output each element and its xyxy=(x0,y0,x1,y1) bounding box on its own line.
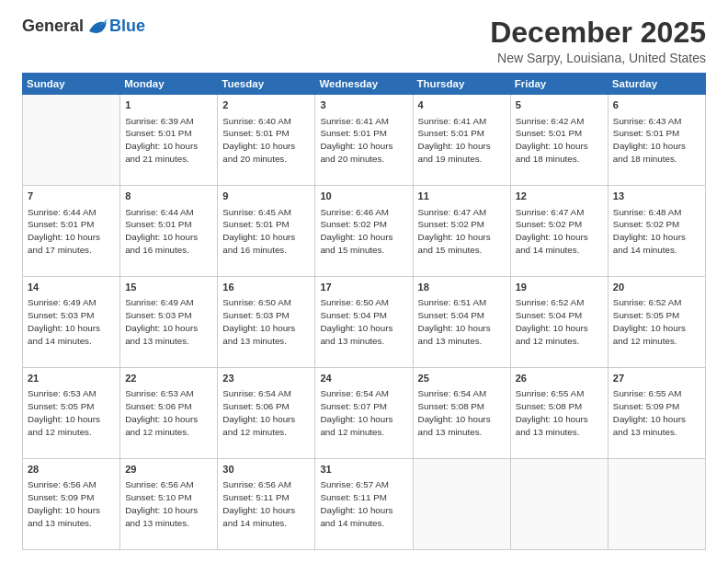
sunrise-text: Sunrise: 6:53 AM xyxy=(125,387,212,400)
daylight-text: Daylight: 10 hours and 16 minutes. xyxy=(222,231,310,256)
daylight-text: Daylight: 10 hours and 20 minutes. xyxy=(222,140,310,165)
table-row: 2Sunrise: 6:40 AMSunset: 5:01 PMDaylight… xyxy=(218,95,315,186)
calendar-week-row: 14Sunrise: 6:49 AMSunset: 5:03 PMDayligh… xyxy=(23,277,706,368)
table-row: 14Sunrise: 6:49 AMSunset: 5:03 PMDayligh… xyxy=(23,277,120,368)
daylight-text: Daylight: 10 hours and 13 minutes. xyxy=(125,322,212,347)
sunset-text: Sunset: 5:01 PM xyxy=(125,127,212,140)
sunrise-text: Sunrise: 6:52 AM xyxy=(613,296,700,309)
calendar-week-row: 21Sunrise: 6:53 AMSunset: 5:05 PMDayligh… xyxy=(23,368,706,459)
sunrise-text: Sunrise: 6:41 AM xyxy=(418,115,506,128)
logo-blue-text: Blue xyxy=(109,17,145,36)
table-row: 21Sunrise: 6:53 AMSunset: 5:05 PMDayligh… xyxy=(23,368,120,459)
table-row: 3Sunrise: 6:41 AMSunset: 5:01 PMDaylight… xyxy=(315,95,413,186)
table-row: 13Sunrise: 6:48 AMSunset: 5:02 PMDayligh… xyxy=(608,186,705,277)
daylight-text: Daylight: 10 hours and 15 minutes. xyxy=(320,231,407,256)
sunrise-text: Sunrise: 6:46 AM xyxy=(320,206,407,219)
sunset-text: Sunset: 5:04 PM xyxy=(418,309,506,322)
sunset-text: Sunset: 5:03 PM xyxy=(222,309,310,322)
daylight-text: Daylight: 10 hours and 14 minutes. xyxy=(222,504,310,529)
daylight-text: Daylight: 10 hours and 13 minutes. xyxy=(320,322,407,347)
day-number: 30 xyxy=(222,463,310,477)
table-row xyxy=(510,459,608,550)
table-row: 7Sunrise: 6:44 AMSunset: 5:01 PMDaylight… xyxy=(23,186,120,277)
day-number: 9 xyxy=(222,190,310,203)
table-row: 1Sunrise: 6:39 AMSunset: 5:01 PMDaylight… xyxy=(120,95,218,186)
sunset-text: Sunset: 5:06 PM xyxy=(222,400,310,413)
sunset-text: Sunset: 5:08 PM xyxy=(516,400,603,413)
daylight-text: Daylight: 10 hours and 12 minutes. xyxy=(613,322,700,347)
day-number: 16 xyxy=(222,281,310,294)
sunrise-text: Sunrise: 6:47 AM xyxy=(418,206,506,219)
logo: General Blue xyxy=(22,17,145,36)
sunset-text: Sunset: 5:09 PM xyxy=(28,491,115,504)
month-title: December 2025 xyxy=(490,17,706,49)
daylight-text: Daylight: 10 hours and 12 minutes. xyxy=(516,322,603,347)
daylight-text: Daylight: 10 hours and 14 minutes. xyxy=(613,231,700,256)
day-number: 29 xyxy=(125,463,212,477)
col-monday: Monday xyxy=(120,74,218,95)
day-number: 17 xyxy=(320,281,407,294)
sunset-text: Sunset: 5:08 PM xyxy=(418,400,506,413)
daylight-text: Daylight: 10 hours and 12 minutes. xyxy=(125,413,212,438)
day-number: 20 xyxy=(613,281,700,294)
col-tuesday: Tuesday xyxy=(218,74,315,95)
daylight-text: Daylight: 10 hours and 15 minutes. xyxy=(418,231,506,256)
table-row: 19Sunrise: 6:52 AMSunset: 5:04 PMDayligh… xyxy=(510,277,608,368)
daylight-text: Daylight: 10 hours and 20 minutes. xyxy=(320,140,407,165)
daylight-text: Daylight: 10 hours and 13 minutes. xyxy=(613,413,700,438)
col-saturday: Saturday xyxy=(608,74,705,95)
table-row: 15Sunrise: 6:49 AMSunset: 5:03 PMDayligh… xyxy=(120,277,218,368)
table-row: 30Sunrise: 6:56 AMSunset: 5:11 PMDayligh… xyxy=(218,459,315,550)
day-number: 18 xyxy=(418,281,506,294)
sunset-text: Sunset: 5:02 PM xyxy=(516,218,603,231)
sunset-text: Sunset: 5:04 PM xyxy=(320,309,407,322)
day-number: 15 xyxy=(125,281,212,294)
daylight-text: Daylight: 10 hours and 14 minutes. xyxy=(28,322,115,347)
calendar-table: Sunday Monday Tuesday Wednesday Thursday… xyxy=(22,73,706,550)
sunrise-text: Sunrise: 6:49 AM xyxy=(28,296,115,309)
daylight-text: Daylight: 10 hours and 13 minutes. xyxy=(418,413,506,438)
table-row: 27Sunrise: 6:55 AMSunset: 5:09 PMDayligh… xyxy=(608,368,705,459)
daylight-text: Daylight: 10 hours and 12 minutes. xyxy=(222,413,310,438)
sunrise-text: Sunrise: 6:54 AM xyxy=(222,387,310,400)
calendar-week-row: 1Sunrise: 6:39 AMSunset: 5:01 PMDaylight… xyxy=(23,95,706,186)
calendar-week-row: 28Sunrise: 6:56 AMSunset: 5:09 PMDayligh… xyxy=(23,459,706,550)
sunset-text: Sunset: 5:09 PM xyxy=(613,400,700,413)
daylight-text: Daylight: 10 hours and 12 minutes. xyxy=(320,413,407,438)
sunset-text: Sunset: 5:02 PM xyxy=(613,218,700,231)
table-row: 18Sunrise: 6:51 AMSunset: 5:04 PMDayligh… xyxy=(413,277,510,368)
daylight-text: Daylight: 10 hours and 18 minutes. xyxy=(613,140,700,165)
day-number: 26 xyxy=(516,372,603,385)
table-row: 28Sunrise: 6:56 AMSunset: 5:09 PMDayligh… xyxy=(23,459,120,550)
location-text: New Sarpy, Louisiana, United States xyxy=(490,51,706,65)
day-number: 28 xyxy=(28,463,115,477)
table-row xyxy=(23,95,120,186)
table-row: 26Sunrise: 6:55 AMSunset: 5:08 PMDayligh… xyxy=(510,368,608,459)
sunrise-text: Sunrise: 6:50 AM xyxy=(222,296,310,309)
sunrise-text: Sunrise: 6:45 AM xyxy=(222,206,310,219)
sunset-text: Sunset: 5:01 PM xyxy=(28,218,115,231)
daylight-text: Daylight: 10 hours and 16 minutes. xyxy=(125,231,212,256)
table-row: 12Sunrise: 6:47 AMSunset: 5:02 PMDayligh… xyxy=(510,186,608,277)
day-number: 1 xyxy=(125,98,212,112)
sunset-text: Sunset: 5:03 PM xyxy=(28,309,115,322)
table-row: 24Sunrise: 6:54 AMSunset: 5:07 PMDayligh… xyxy=(315,368,413,459)
sunset-text: Sunset: 5:04 PM xyxy=(516,309,603,322)
table-row: 9Sunrise: 6:45 AMSunset: 5:01 PMDaylight… xyxy=(218,186,315,277)
col-sunday: Sunday xyxy=(23,74,120,95)
daylight-text: Daylight: 10 hours and 13 minutes. xyxy=(125,504,212,529)
daylight-text: Daylight: 10 hours and 14 minutes. xyxy=(320,504,407,529)
sunset-text: Sunset: 5:05 PM xyxy=(613,309,700,322)
col-friday: Friday xyxy=(510,74,608,95)
sunset-text: Sunset: 5:02 PM xyxy=(320,218,407,231)
sunrise-text: Sunrise: 6:54 AM xyxy=(418,387,506,400)
sunrise-text: Sunrise: 6:39 AM xyxy=(125,115,212,128)
day-number: 27 xyxy=(613,372,700,385)
sunset-text: Sunset: 5:01 PM xyxy=(516,127,603,140)
day-number: 19 xyxy=(516,281,603,294)
daylight-text: Daylight: 10 hours and 19 minutes. xyxy=(418,140,506,165)
sunset-text: Sunset: 5:01 PM xyxy=(222,127,310,140)
sunrise-text: Sunrise: 6:55 AM xyxy=(516,387,603,400)
sunset-text: Sunset: 5:01 PM xyxy=(418,127,506,140)
day-number: 31 xyxy=(320,463,407,477)
